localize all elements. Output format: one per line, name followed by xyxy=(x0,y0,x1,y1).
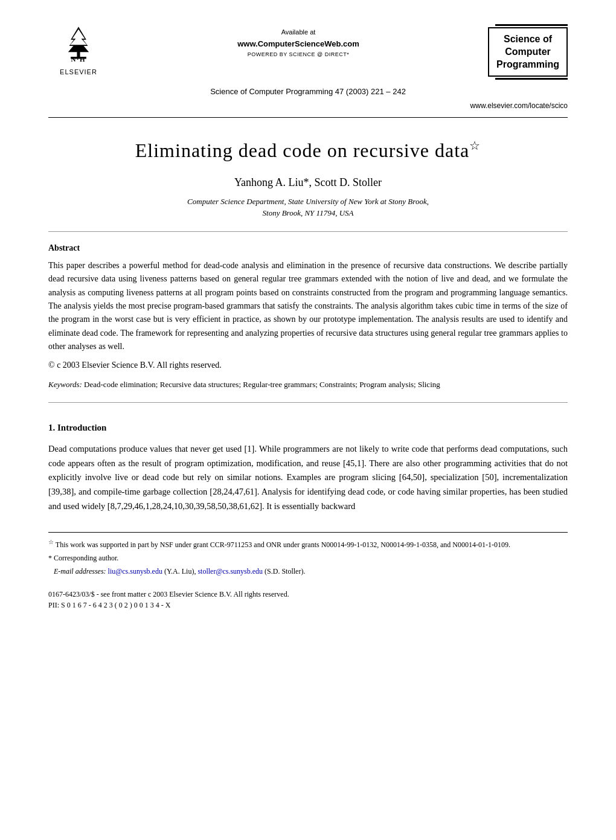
top-bar xyxy=(495,24,568,26)
title-star: ☆ xyxy=(469,139,481,152)
cite-64-50[interactable]: 64,50 xyxy=(402,472,422,482)
abstract-text: This paper describes a powerful method f… xyxy=(48,259,568,354)
abstract-section: Abstract This paper describes a powerful… xyxy=(48,242,568,390)
pii-line: PII: S 0 1 6 7 - 6 4 2 3 ( 0 2 ) 0 0 1 3… xyxy=(48,600,568,611)
elsevier-label: ELSEVIER xyxy=(60,67,97,77)
authors: Yanhong A. Liu*, Scott D. Stoller xyxy=(48,175,568,191)
section-divider-1 xyxy=(48,231,568,232)
footnote-section: ☆ This work was supported in part by NSF… xyxy=(48,532,568,577)
footnote-corresponding: * Corresponding author. xyxy=(48,553,568,563)
article-title: Eliminating dead code on recursive data☆ xyxy=(48,136,568,165)
journal-url: www.elsevier.com/locate/scico xyxy=(48,100,568,111)
journal-info: Science of Computer Programming 47 (2003… xyxy=(48,86,568,98)
cite-many[interactable]: 8,7,29,46,1,28,24,10,30,39,58,50,38,61,6… xyxy=(111,501,260,511)
elsevier-logo: N·H ELSEVIER xyxy=(48,24,109,77)
science-logo: Science of Computer Programming xyxy=(488,27,568,77)
bottom-info: 0167-6423/03/$ - see front matter c 2003… xyxy=(48,589,568,611)
keywords-label: Keywords: xyxy=(48,380,82,389)
header-info: Available at www.ComputerScienceWeb.com … xyxy=(237,24,359,59)
header-divider xyxy=(48,117,568,118)
available-at-label: Available at xyxy=(237,27,359,38)
cite-28-24-47-61[interactable]: 28,24,47,61 xyxy=(213,487,254,496)
section-1: 1. Introduction Dead computations produc… xyxy=(48,421,568,514)
header: N·H ELSEVIER Available at www.ComputerSc… xyxy=(48,24,568,80)
abstract-title: Abstract xyxy=(48,242,568,254)
powered-by-label: POWERED BY SCIENCE @ DIRECT* xyxy=(237,50,359,59)
footnote-email: E-mail addresses: liu@cs.sunysb.edu (Y.A… xyxy=(48,566,568,577)
website-url: www.ComputerScienceWeb.com xyxy=(237,38,359,51)
copyright-notice: © c 2003 Elsevier Science B.V. All right… xyxy=(48,359,568,371)
section-divider-2 xyxy=(48,402,568,403)
email-link-1[interactable]: liu@cs.sunysb.edu xyxy=(108,567,162,575)
section-1-heading: 1. Introduction xyxy=(48,421,568,435)
cite-45-1[interactable]: 45,1 xyxy=(346,458,361,468)
science-logo-wrapper: Science of Computer Programming xyxy=(488,24,568,80)
email-link-2[interactable]: stoller@cs.sunysb.edu xyxy=(197,567,263,575)
cite-50[interactable]: 50 xyxy=(485,472,494,482)
section-1-para-1: Dead computations produce values that ne… xyxy=(48,442,568,515)
affiliation: Computer Science Department, State Unive… xyxy=(48,196,568,219)
cite-39-38[interactable]: 39,38 xyxy=(51,487,71,496)
science-text: Science of Computer Programming xyxy=(496,33,559,71)
issn-line: 0167-6423/03/$ - see front matter c 2003… xyxy=(48,589,568,600)
footnote-star: ☆ This work was supported in part by NSF… xyxy=(48,537,568,550)
keywords: Keywords: Dead-code elimination; Recursi… xyxy=(48,379,568,391)
cite-1[interactable]: 1 xyxy=(247,444,251,454)
bottom-bar xyxy=(495,78,568,80)
